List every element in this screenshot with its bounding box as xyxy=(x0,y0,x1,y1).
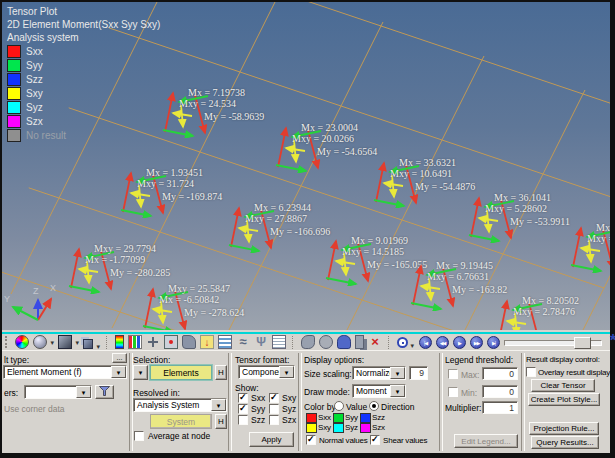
show-szz-label: Szz xyxy=(251,415,265,425)
legend-item[interactable]: No result xyxy=(7,128,160,142)
results-math-icon[interactable] xyxy=(355,335,364,349)
shaded-elements-icon[interactable] xyxy=(58,335,72,349)
color-by-value-radio[interactable] xyxy=(334,401,344,411)
legend-item[interactable]: Sxx xyxy=(7,44,160,58)
multiplier-label: Multiplier: xyxy=(445,403,481,413)
result-type-label: lt type: xyxy=(4,355,29,365)
apply-result-icon[interactable]: ↓ xyxy=(200,335,214,349)
show-sxy-label: Sxy xyxy=(282,393,296,403)
streamlines-icon[interactable]: ≈ xyxy=(236,335,250,349)
dropdown-arrow-icon[interactable] xyxy=(390,385,405,397)
slider-handle[interactable] xyxy=(574,337,591,349)
toolbar-handle[interactable] xyxy=(5,336,11,348)
dropdown-arrow-icon[interactable] xyxy=(111,366,126,378)
projection-rule-button[interactable]: Projection Rule... xyxy=(529,422,599,435)
result-type-value: Element Moment (f) xyxy=(4,366,111,378)
contour-wheel-icon[interactable] xyxy=(15,335,29,349)
previous-frame-button[interactable]: ◀◀ xyxy=(436,336,449,349)
wireframe-elements-icon[interactable] xyxy=(83,339,93,349)
show-sxx-checkbox[interactable] xyxy=(238,393,248,403)
legend-max-checkbox[interactable] xyxy=(448,369,458,379)
layers-dropdown[interactable] xyxy=(24,385,92,399)
show-syy-checkbox[interactable] xyxy=(238,404,248,414)
query-results-button[interactable]: Query Results... xyxy=(531,436,599,449)
legend-max-field[interactable]: 0 xyxy=(482,367,518,380)
edit-legend-button[interactable]: Edit Legend... xyxy=(454,434,518,448)
tensor-panel-icon[interactable] xyxy=(164,335,178,349)
entity-sets-icon[interactable] xyxy=(337,335,351,349)
color-by-direction-radio[interactable] xyxy=(369,401,379,411)
tracking-panel-icon[interactable] xyxy=(301,335,315,349)
dropdown-arrow-icon[interactable] xyxy=(279,366,294,378)
mask-panel-icon[interactable] xyxy=(319,335,333,349)
show-szz-checkbox[interactable] xyxy=(238,415,248,425)
legend-item[interactable]: Szx xyxy=(7,114,160,128)
legend-item[interactable]: Syy xyxy=(7,58,160,72)
size-scaling-dropdown[interactable]: Normalize xyxy=(352,366,406,380)
dropdown-arrow-icon[interactable] xyxy=(76,386,91,398)
next-frame-button[interactable]: ▶▶ xyxy=(470,336,483,349)
draw-mode-dropdown[interactable]: Moment xyxy=(352,384,406,398)
legend-item[interactable]: Syz xyxy=(7,100,160,114)
multiplier-field[interactable]: 1 xyxy=(482,401,518,414)
deformed-panel-icon[interactable] xyxy=(182,335,196,349)
legend-item[interactable]: Szz xyxy=(7,72,160,86)
funnel-icon xyxy=(99,386,110,396)
system-advanced-button[interactable] xyxy=(215,414,227,429)
create-plot-style-button[interactable]: Create Plot Style... xyxy=(528,393,600,406)
layers-value xyxy=(25,386,76,398)
size-scaling-field[interactable]: 9 xyxy=(409,366,428,380)
show-sxy-checkbox[interactable] xyxy=(269,393,279,403)
orientation-triad: Z X Y xyxy=(2,280,62,328)
toolbar-separator xyxy=(106,336,109,349)
play-animation-button[interactable]: ▶ xyxy=(453,336,466,349)
layers-label: ers: xyxy=(4,388,18,398)
normal-values-checkbox[interactable] xyxy=(306,435,316,445)
elements-advanced-button[interactable] xyxy=(215,365,227,380)
start-frame-button[interactable]: |◀ xyxy=(419,336,432,349)
notes-icon[interactable] xyxy=(272,335,286,349)
dropdown-arrow-icon[interactable] xyxy=(390,367,405,379)
vector-panel-icon[interactable] xyxy=(146,335,160,349)
animation-settings-icon[interactable]: * xyxy=(606,335,615,349)
dropdown-arrow-icon[interactable] xyxy=(211,399,226,411)
legend-bars-icon[interactable] xyxy=(128,335,142,349)
apply-button[interactable]: Apply xyxy=(249,432,294,447)
tensor-format-value: Component xyxy=(239,366,279,378)
clear-tensor-button[interactable]: Clear Tensor xyxy=(531,379,595,392)
elements-collector-button[interactable]: Elements xyxy=(150,365,212,380)
result-type-more-button[interactable]: ... xyxy=(112,353,127,363)
legend-swatch xyxy=(7,59,21,72)
graphics-viewport[interactable]: Tensor Plot 2D Element Moment(Sxx Syy Sx… xyxy=(2,2,610,330)
legend-min-field[interactable]: 0 xyxy=(482,385,518,398)
draw-mode-value: Moment xyxy=(353,385,390,397)
result-type-dropdown[interactable]: Element Moment (f) xyxy=(3,365,127,379)
iso-surface-icon[interactable] xyxy=(33,335,47,349)
shear-values-checkbox[interactable] xyxy=(370,435,380,445)
swatch-syy-label: Syy xyxy=(345,413,358,422)
contour-panel-icon[interactable] xyxy=(115,335,124,349)
legend-item[interactable]: Sxy xyxy=(7,86,160,100)
section-cut-icon[interactable]: Ψ xyxy=(254,335,268,349)
filter-funnel-button[interactable] xyxy=(95,385,114,399)
animation-slider[interactable] xyxy=(504,336,602,348)
resolved-in-dropdown[interactable]: Analysis System xyxy=(133,398,227,412)
viewport-legend: Tensor Plot 2D Element Moment(Sxx Syy Sx… xyxy=(7,5,160,142)
entity-type-switch[interactable] xyxy=(133,365,148,380)
show-szx-checkbox[interactable] xyxy=(269,415,279,425)
color-by-direction-label: Direction xyxy=(381,402,415,412)
show-syz-checkbox[interactable] xyxy=(269,404,279,414)
animation-clock-icon[interactable] xyxy=(397,337,408,348)
end-frame-button[interactable]: ▶| xyxy=(487,336,500,349)
measure-panel-icon[interactable]: × xyxy=(368,335,382,349)
legend-threshold-label: Legend threshold: xyxy=(445,355,513,365)
tensor-format-dropdown[interactable]: Component xyxy=(238,365,295,379)
legend-min-checkbox[interactable] xyxy=(448,387,458,397)
overlay-result-checkbox[interactable] xyxy=(526,367,536,377)
system-collector-button[interactable]: System xyxy=(150,414,212,429)
average-at-node-checkbox[interactable] xyxy=(134,431,144,441)
toolbar-separator xyxy=(292,336,295,349)
plot-subtitle: 2D Element Moment(Sxx Syy Sxy) xyxy=(7,18,160,31)
normal-values-label: Normal values xyxy=(319,436,368,445)
build-plots-icon[interactable] xyxy=(218,335,232,349)
